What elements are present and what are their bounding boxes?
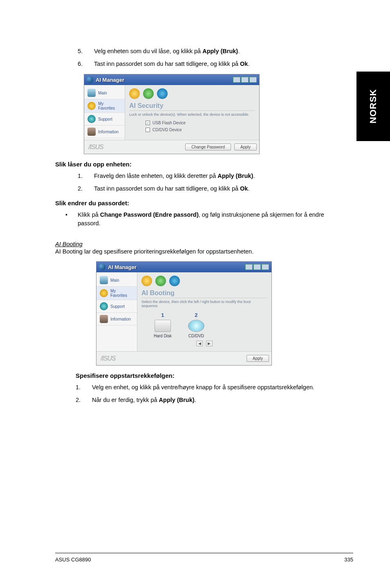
tool-icon-2[interactable] (155, 276, 166, 286)
step-text: Når du er ferdig, trykk på Apply (Bruk). (92, 396, 325, 404)
change-password-button[interactable]: Change Password (185, 144, 231, 150)
boot-device-1[interactable]: 1 Hard Disk (154, 312, 172, 338)
text: . (248, 61, 249, 67)
toolbar (129, 88, 255, 99)
app-logo-icon (87, 76, 93, 83)
step-number: 5. (78, 47, 94, 56)
step-number: 6. (78, 60, 94, 68)
window-controls (245, 264, 269, 270)
bold: Apply (Bruk) (202, 48, 238, 54)
specify-step-1: 1. Velg en enhet, og klikk på ventre/høy… (76, 383, 325, 392)
text: Klikk på (78, 211, 100, 218)
checkbox-label: CD/DVD Device (152, 128, 182, 132)
section-desc: Lock or unlock the device(s). When selec… (129, 112, 255, 117)
section-desc: Select the device, then click the left /… (141, 300, 267, 308)
sidebar-label: Information (110, 317, 131, 321)
content-area: AI Booting Select the device, then click… (137, 272, 271, 351)
tool-icon-3[interactable] (169, 276, 180, 286)
ai-security-screenshot: AI Manager Main My Favorites Support Inf… (84, 74, 260, 154)
page-content: 5. Velg enheten som du vil låse, og klik… (55, 47, 325, 408)
tool-icon-2[interactable] (143, 88, 154, 99)
hard-disk-icon (155, 320, 171, 332)
section-title: AI Security (129, 101, 255, 111)
sidebar-item-favorites[interactable]: My Favorites (84, 99, 125, 113)
sidebar-label: Information (98, 130, 119, 134)
sidebar-label: Support (98, 117, 112, 121)
brand-logo: /ISUS (84, 141, 108, 153)
checkbox-cddvd[interactable]: CD/DVD Device (146, 128, 255, 132)
sidebar-item-favorites[interactable]: My Favorites (96, 287, 137, 300)
apply-button[interactable]: Apply (247, 355, 269, 362)
information-icon (87, 128, 96, 136)
sidebar-item-information[interactable]: Information (96, 313, 137, 325)
step-number: 2. (76, 396, 92, 404)
unlock-steps: 1. Fravelg den låste enheten, og klikk d… (78, 172, 325, 193)
checkbox-label: USB Flash Device (152, 121, 186, 125)
ai-booting-screenshot: AI Manager Main My Favorites Support Inf… (96, 261, 272, 366)
sidebar-item-main[interactable]: Main (96, 274, 137, 287)
tool-icon-1[interactable] (141, 276, 152, 286)
bold: Change Password (Endre passord) (100, 211, 199, 218)
sidebar-label: Main (110, 278, 119, 283)
text: . (195, 397, 196, 403)
bold: Ok (240, 61, 248, 67)
panel-body: Main My Favorites Support Information AI… (84, 85, 259, 140)
window-title: AI Manager (108, 264, 137, 270)
step-text: Velg en enhet, og klikk på ventre/høyre … (92, 383, 325, 392)
panel-footer: /ISUS Change Password Apply (84, 140, 259, 154)
text: Tast inn passordet som du har satt tidli… (94, 61, 240, 67)
move-right-button[interactable]: ▶ (206, 341, 213, 346)
text: . (248, 185, 249, 192)
minimize-icon[interactable] (233, 77, 240, 83)
support-icon (87, 115, 96, 123)
information-icon (100, 315, 108, 323)
section-title: AI Booting (141, 289, 267, 298)
language-tab: NORSK (356, 72, 390, 141)
boot-label: Hard Disk (154, 334, 172, 338)
close-icon[interactable] (262, 264, 269, 270)
checkbox-usb[interactable]: ✓ USB Flash Device (146, 121, 255, 125)
text: . (253, 173, 255, 179)
unlock-step-1: 1. Fravelg den låste enheten, og klikk d… (78, 172, 325, 180)
maximize-icon[interactable] (241, 77, 249, 83)
bold: Apply (Bruk) (217, 173, 253, 179)
close-icon[interactable] (249, 77, 257, 83)
window-titlebar: AI Manager (84, 74, 259, 85)
changepw-bullet: • Klikk på Change Password (Endre passor… (65, 211, 325, 228)
unlock-heading: Slik låser du opp enheten: (55, 161, 325, 168)
tool-icon-1[interactable] (129, 88, 140, 99)
maximize-icon[interactable] (253, 264, 261, 270)
favorites-icon (87, 102, 96, 110)
sidebar-item-information[interactable]: Information (84, 126, 125, 138)
specify-heading: Spesifisere oppstartsrekkefølgen: (76, 372, 325, 379)
button-row: Change Password Apply (108, 140, 259, 154)
move-left-button[interactable]: ◀ (196, 341, 203, 346)
app-logo-icon (99, 264, 105, 270)
text: Når du er ferdig, trykk på (92, 397, 159, 403)
main-icon (100, 276, 108, 284)
bold: Ok (240, 185, 248, 192)
reorder-controls: ◀ ▶ (141, 341, 267, 346)
sidebar-item-support[interactable]: Support (84, 113, 125, 126)
minimize-icon[interactable] (245, 264, 253, 270)
panel-body: Main My Favorites Support Information AI… (96, 272, 271, 351)
boot-device-2[interactable]: 2 CD/DVD (188, 312, 204, 338)
sidebar-item-main[interactable]: Main (84, 87, 125, 99)
tool-icon-3[interactable] (157, 88, 168, 99)
step-text: Velg enheten som du vil låse, og klikk p… (94, 47, 325, 56)
page-footer: ASUS CG8890 335 (55, 553, 353, 563)
button-row: Apply (120, 352, 271, 365)
checkbox-icon[interactable]: ✓ (146, 121, 150, 125)
apply-button[interactable]: Apply (234, 144, 257, 150)
text: Fravelg den låste enheten, og klikk dere… (94, 173, 217, 179)
text: Velg enheten som du vil låse, og klikk p… (94, 48, 202, 54)
checkbox-icon[interactable] (146, 128, 150, 132)
main-icon (87, 89, 96, 97)
brand-logo: /ISUS (96, 352, 120, 365)
step-number: 1. (78, 172, 94, 180)
support-icon (100, 302, 108, 310)
sidebar-label: My Favorites (110, 289, 134, 298)
sidebar-item-support[interactable]: Support (96, 300, 137, 313)
content-area: AI Security Lock or unlock the device(s)… (125, 85, 259, 140)
boot-sequence: 1 Hard Disk 2 CD/DVD (154, 312, 267, 338)
